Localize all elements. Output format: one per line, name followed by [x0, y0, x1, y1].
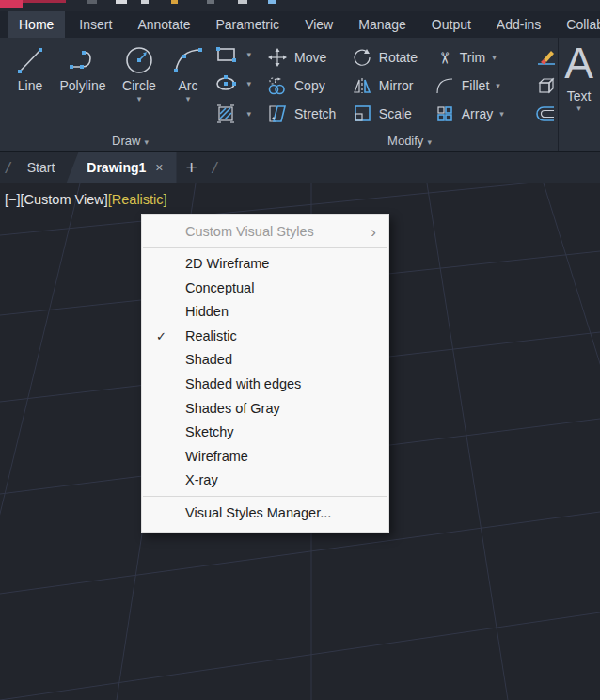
stretch-button[interactable]: Stretch: [267, 100, 352, 128]
stretch-label: Stretch: [294, 106, 336, 121]
rotate-button[interactable]: Rotate: [352, 43, 434, 72]
menu-item-shades-of-gray[interactable]: Shades of Gray: [142, 397, 388, 422]
copy-icon: [267, 75, 288, 96]
offset-button[interactable]: [535, 100, 558, 128]
line-button[interactable]: Line: [8, 38, 53, 130]
menu-item-realistic[interactable]: ✓Realistic: [142, 325, 388, 349]
titlebar-sliver: [0, 0, 600, 11]
fillet-button[interactable]: Fillet ▾: [434, 72, 526, 100]
arc-icon: [171, 44, 205, 76]
draw-panel: Line Polyline Circle ▾: [0, 38, 261, 130]
copy-label: Copy: [294, 78, 325, 93]
scale-button[interactable]: Scale: [352, 100, 434, 128]
menu-item-visual-styles-manager[interactable]: Visual Styles Manager...: [142, 501, 388, 525]
arc-label: Arc: [179, 79, 198, 93]
checkmark-icon: ✓: [156, 325, 166, 349]
tab-separator: /: [207, 152, 223, 183]
ribbon-tab-parametric[interactable]: Parametric: [204, 11, 291, 38]
menu-item-x-ray[interactable]: X-ray: [142, 469, 388, 493]
ribbon-tab-view[interactable]: View: [293, 11, 344, 38]
hatch-dropdown-arrow[interactable]: ▾: [246, 109, 251, 119]
draw-panel-label[interactable]: Draw▾: [0, 130, 261, 151]
line-icon: [14, 44, 46, 76]
viewport-style-control[interactable]: [Realistic]: [108, 192, 167, 207]
modify-panel: Move Copy Stretch: [261, 38, 559, 130]
ribbon-tab-home[interactable]: Home: [8, 11, 65, 38]
ribbon: Line Polyline Circle ▾: [0, 38, 600, 130]
ribbon-tab-annotate[interactable]: Annotate: [126, 11, 201, 38]
stretch-icon: [267, 103, 288, 124]
rectangle-icon: [214, 45, 239, 64]
polyline-icon: [67, 44, 99, 76]
circle-button[interactable]: Circle ▾: [113, 38, 166, 130]
qat-icon-sliver: [141, 0, 149, 4]
menu-item-custom-visual-styles[interactable]: Custom Visual Styles ›: [142, 219, 388, 245]
hatch-button[interactable]: ▾: [214, 103, 251, 124]
trim-dropdown-arrow[interactable]: ▾: [492, 53, 497, 62]
tab-start[interactable]: Start: [16, 152, 67, 183]
ribbon-tab-collab[interactable]: Collab: [555, 11, 600, 38]
autocad-logo-icon-tail: [23, 0, 66, 3]
modify-panel-expand-arrow[interactable]: ▾: [427, 137, 432, 147]
menu-separator: [143, 247, 387, 248]
mirror-button[interactable]: Mirror: [352, 72, 434, 100]
ribbon-tab-add-ins[interactable]: Add-ins: [485, 11, 552, 38]
text-button[interactable]: A Text ▾: [559, 38, 599, 113]
viewport-minimize-control[interactable]: [−]: [5, 192, 21, 207]
close-tab-icon[interactable]: ×: [155, 152, 163, 183]
explode-cube-icon: [535, 75, 558, 96]
file-tab-bar: / Start Drawing1 × + /: [0, 152, 600, 183]
qat-icon-sliver: [171, 0, 178, 4]
arc-dropdown-arrow[interactable]: ▾: [186, 94, 191, 103]
viewport-controls: [−][Custom View][Realistic]: [5, 192, 167, 207]
drawing-viewport[interactable]: [−][Custom View][Realistic] Custom Visua…: [0, 183, 600, 700]
draw-panel-expand-arrow[interactable]: ▾: [144, 137, 149, 147]
menu-item-conceptual[interactable]: Conceptual: [142, 277, 388, 301]
ribbon-tab-manage[interactable]: Manage: [347, 11, 418, 38]
array-label: Array: [462, 106, 493, 121]
ellipse-dropdown-arrow[interactable]: ▾: [246, 79, 251, 88]
qat-icon-sliver: [268, 0, 276, 4]
menu-item-shaded[interactable]: Shaded: [142, 348, 388, 373]
trim-label: Trim: [460, 50, 485, 65]
menu-item-wireframe[interactable]: Wireframe: [142, 445, 388, 469]
copy-button[interactable]: Copy: [267, 72, 352, 100]
qat-icon-sliver: [238, 0, 247, 4]
rotate-icon: [352, 47, 372, 68]
text-dropdown-arrow[interactable]: ▾: [576, 103, 581, 113]
fillet-dropdown-arrow[interactable]: ▾: [496, 81, 500, 90]
rectangle-dropdown-arrow[interactable]: ▾: [246, 50, 251, 59]
autocad-logo-icon: [0, 0, 23, 8]
circle-label: Circle: [122, 79, 156, 93]
menu-item-sketchy[interactable]: Sketchy: [142, 421, 388, 445]
ribbon-tab-insert[interactable]: Insert: [68, 11, 123, 38]
arc-button[interactable]: Arc ▾: [166, 38, 211, 130]
fillet-icon: [434, 75, 455, 96]
modify-panel-label[interactable]: Modify▾: [261, 130, 559, 151]
hatch-icon: [214, 103, 239, 124]
menu-item-hidden[interactable]: Hidden: [142, 300, 388, 325]
menu-item-2d-wireframe[interactable]: 2D Wireframe: [142, 252, 388, 277]
ribbon-tab-output[interactable]: Output: [420, 11, 482, 38]
tab-drawing1[interactable]: Drawing1 ×: [66, 152, 176, 183]
ellipse-button[interactable]: ▾: [214, 74, 251, 93]
array-dropdown-arrow[interactable]: ▾: [499, 109, 504, 119]
move-button[interactable]: Move: [267, 43, 352, 72]
menu-item-shaded-with-edges[interactable]: Shaded with edges: [142, 373, 388, 397]
polyline-button[interactable]: Polyline: [53, 38, 113, 130]
circle-dropdown-arrow[interactable]: ▾: [137, 94, 142, 103]
array-button[interactable]: Array ▾: [434, 100, 526, 128]
qat-icon-sliver: [116, 0, 127, 4]
viewport-view-control[interactable]: [Custom View]: [21, 192, 108, 207]
new-tab-button[interactable]: +: [177, 152, 207, 183]
erase-button[interactable]: [535, 43, 558, 72]
text-label: Text: [567, 88, 592, 103]
explode-button[interactable]: [535, 72, 558, 100]
rectangle-button[interactable]: ▾: [214, 45, 251, 64]
text-panel: A Text ▾: [559, 38, 599, 130]
qat-icon-sliver: [207, 0, 214, 4]
trim-button[interactable]: ✂ Trim ▾: [434, 43, 526, 72]
ellipse-icon: [214, 74, 239, 93]
erase-pencil-icon: [535, 47, 558, 68]
move-icon: [267, 47, 288, 68]
